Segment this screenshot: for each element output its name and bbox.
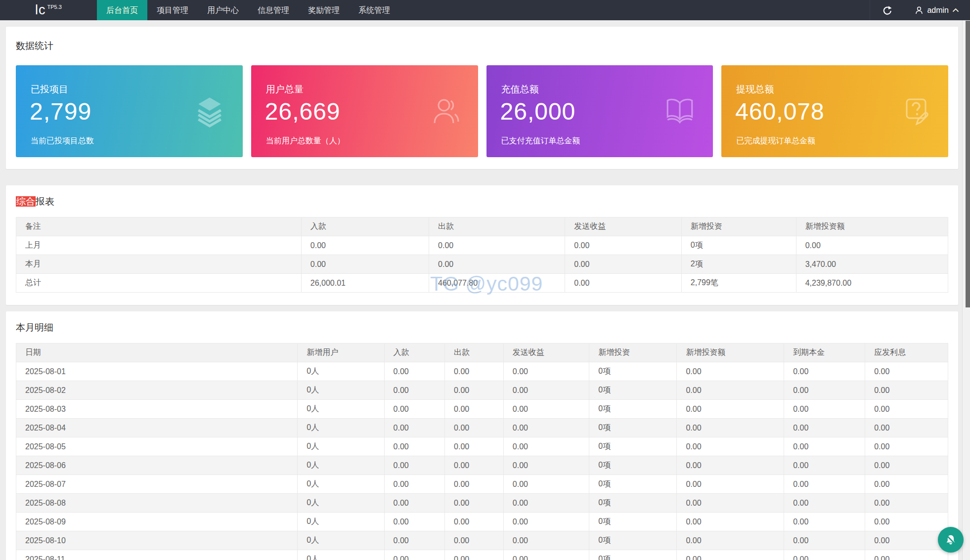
table-cell: 0.00 [384, 419, 445, 437]
username: admin [927, 6, 949, 15]
table-cell: 0.00 [384, 494, 445, 513]
stats-section-title: 数据统计 [16, 40, 948, 52]
card-caption: 已完成提现订单总金额 [736, 136, 815, 146]
nav-item[interactable]: 项目管理 [147, 0, 198, 20]
nav-item[interactable]: 后台首页 [97, 0, 147, 20]
card-caption: 当前用户总数量（人） [266, 136, 345, 146]
bell-off-icon [943, 532, 959, 548]
summary-title-rest: 报表 [36, 196, 54, 207]
table-cell: 0.00 [445, 419, 504, 437]
table-cell: 0.00 [445, 381, 504, 400]
scrollbar[interactable] [962, 20, 970, 560]
table-cell: 0.00 [384, 513, 445, 531]
table-cell: 0.00 [384, 550, 445, 560]
card-caption: 已支付充值订单总金额 [501, 136, 580, 146]
summary-report-panel: 综合报表 备注入款出款发送收益新增投资新增投资额上月0.000.000.000项… [6, 185, 958, 305]
table-cell: 0.00 [677, 362, 784, 381]
brand-name: lc [35, 2, 46, 18]
brand-version: TP5.3 [47, 4, 62, 10]
table-cell: 0人 [298, 381, 384, 400]
table-cell: 0.00 [865, 381, 948, 400]
table-cell: 0项 [589, 513, 677, 531]
notification-mute-button[interactable] [938, 527, 964, 553]
refresh-button[interactable] [870, 0, 904, 20]
table-cell: 0.00 [565, 255, 682, 274]
table-cell: 0.00 [865, 456, 948, 475]
table-cell: 2025-08-01 [16, 362, 298, 381]
stat-card-invested-projects: 已投项目 2,799 当前已投项目总数 [16, 65, 243, 157]
stat-card-total-recharge: 充值总额 26,000 已支付充值订单总金额 [486, 65, 713, 157]
table-cell: 0人 [298, 531, 384, 550]
table-cell: 0.00 [677, 456, 784, 475]
table-cell: 4,239,870.00 [796, 274, 948, 293]
table-cell: 0.00 [503, 381, 589, 400]
main-content: 数据统计 已投项目 2,799 当前已投项目总数 用户总量 26,669 当前用… [0, 20, 962, 560]
table-row: 2025-08-020人0.000.000.000项0.000.000.00 [16, 381, 948, 400]
table-cell: 0.00 [677, 475, 784, 494]
card-value: 460,078 [735, 98, 825, 125]
nav-item[interactable]: 信息管理 [248, 0, 299, 20]
table-cell: 0项 [589, 400, 677, 419]
user-menu[interactable]: admin [904, 0, 970, 20]
summary-report-table: 备注入款出款发送收益新增投资新增投资额上月0.000.000.000项0.00本… [16, 217, 948, 293]
table-cell: 0.00 [445, 550, 504, 560]
card-value: 26,000 [500, 98, 576, 125]
scrollbar-thumb[interactable] [966, 21, 970, 307]
nav-item-label: 信息管理 [258, 6, 289, 14]
column-header: 备注 [16, 217, 302, 236]
card-caption: 当前已投项目总数 [31, 136, 94, 146]
user-icon [915, 6, 924, 15]
table-cell: 0.00 [677, 513, 784, 531]
column-header: 新增投资额 [677, 344, 784, 362]
table-cell: 0人 [298, 550, 384, 560]
table-cell: 0.00 [429, 255, 565, 274]
detail-title: 本月明细 [16, 321, 948, 334]
table-cell: 0.00 [384, 362, 445, 381]
table-row: 2025-08-060人0.000.000.000项0.000.000.00 [16, 456, 948, 475]
table-cell: 0.00 [677, 381, 784, 400]
month-detail-panel: 本月明细 日期新增用户入款出款发送收益新增投资新增投资额到期本金应发利息2025… [6, 311, 958, 560]
brand-logo[interactable]: lc TP5.3 [0, 0, 97, 20]
table-cell: 0.00 [445, 475, 504, 494]
table-cell: 0项 [589, 381, 677, 400]
column-header: 出款 [445, 344, 504, 362]
nav-item[interactable]: 用户中心 [198, 0, 248, 20]
table-cell: 2025-08-11 [16, 550, 298, 560]
chevron-up-icon [952, 8, 959, 12]
table-cell: 0.00 [503, 513, 589, 531]
table-cell: 2025-08-02 [16, 381, 298, 400]
nav-item-label: 后台首页 [106, 6, 138, 14]
table-cell: 0.00 [784, 494, 865, 513]
nav-menu: 后台首页 项目管理 用户中心 信息管理 奖励管理 系统管理 [97, 0, 399, 20]
table-cell: 0.00 [503, 531, 589, 550]
table-row: 2025-08-040人0.000.000.000项0.000.000.00 [16, 419, 948, 437]
book-icon [663, 95, 696, 128]
table-cell: 0.00 [565, 274, 682, 293]
month-detail-table: 日期新增用户入款出款发送收益新增投资新增投资额到期本金应发利息2025-08-0… [16, 343, 948, 560]
table-cell: 0项 [589, 550, 677, 560]
table-cell: 0.00 [677, 550, 784, 560]
table-cell: 0.00 [865, 362, 948, 381]
table-cell: 0.00 [445, 437, 504, 456]
nav-item[interactable]: 系统管理 [349, 0, 399, 20]
stat-card-total-withdraw: 提现总额 460,078 已完成提现订单总金额 [721, 65, 948, 157]
table-cell: 0项 [681, 236, 796, 255]
table-cell: 3,470.00 [796, 255, 948, 274]
table-cell: 2025-08-05 [16, 437, 298, 456]
table-cell: 0.00 [677, 400, 784, 419]
table-row: 2025-08-050人0.000.000.000项0.000.000.00 [16, 437, 948, 456]
table-cell: 0人 [298, 362, 384, 381]
table-cell: 0人 [298, 475, 384, 494]
table-cell: 0.00 [865, 513, 948, 531]
table-row: 2025-08-010人0.000.000.000项0.000.000.00 [16, 362, 948, 381]
table-cell: 0.00 [503, 550, 589, 560]
table-cell: 总计 [16, 274, 302, 293]
table-cell: 0.00 [865, 437, 948, 456]
column-header: 新增投资额 [796, 217, 948, 236]
table-cell: 0项 [589, 494, 677, 513]
table-cell: 0.00 [301, 255, 429, 274]
card-label: 提现总额 [736, 83, 774, 96]
column-header: 到期本金 [784, 344, 865, 362]
nav-item[interactable]: 奖励管理 [299, 0, 349, 20]
table-cell: 26,000.01 [301, 274, 429, 293]
